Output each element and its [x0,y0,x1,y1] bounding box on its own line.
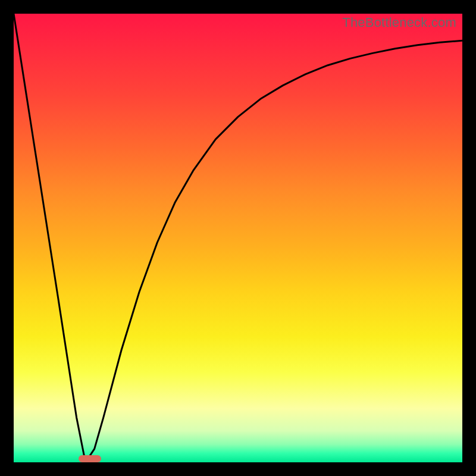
plot-area: TheBottleneck.com [14,14,462,462]
chart-frame: TheBottleneck.com [0,0,476,476]
bottleneck-curve [14,14,462,462]
optimal-marker [79,455,101,462]
curve-path [14,14,462,462]
